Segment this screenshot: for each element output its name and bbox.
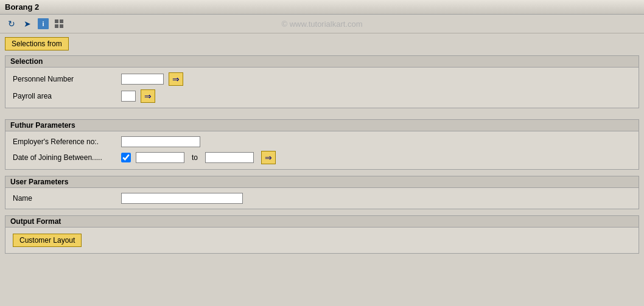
grid-icon [55,19,63,28]
date-joining-checkbox[interactable] [121,153,131,162]
further-parameters-header: Futhur Parameters [5,120,639,131]
further-parameters-section: Futhur Parameters Employer's Reference n… [5,119,639,170]
customer-layout-button[interactable]: Customer Layout [13,234,82,247]
personnel-number-label: Personnel Number [13,75,116,83]
user-parameters-section: User Parameters Name [5,176,639,209]
toolbar-icons: ↻ ➤ i [5,17,66,30]
selection-section: Selection Personnel Number ⇒ Payroll are… [5,55,639,108]
date-joining-arrow-button[interactable]: ⇒ [261,151,276,164]
back-button[interactable]: ↻ [5,17,18,30]
selection-section-header: Selection [5,56,639,68]
name-row: Name [13,193,631,204]
output-format-header: Output Format [5,216,639,228]
toolbar: ↻ ➤ i © www.tutorialkart.com [0,15,644,33]
title-bar: Borang 2 [0,0,644,15]
date-joining-to-input[interactable] [205,152,254,163]
arrow-right-icon-3: ⇒ [265,153,272,162]
window-title: Borang 2 [5,2,39,12]
watermark: © www.tutorialkart.com [281,19,362,29]
employer-reference-input[interactable] [121,136,200,147]
payroll-area-row: Payroll area ⇒ [13,89,631,103]
date-joining-from-input[interactable] [136,152,184,163]
info-icon: i [38,18,49,29]
employer-reference-label: Employer's Reference no:. [13,137,116,146]
employer-reference-row: Employer's Reference no:. [13,136,631,147]
output-format-body: Customer Layout [5,228,639,253]
name-input[interactable] [121,193,243,204]
date-joining-row: Date of Joining Between..... to ⇒ [13,151,631,164]
personnel-number-input[interactable] [121,74,164,85]
back-icon: ↻ [8,19,15,29]
further-parameters-body: Employer's Reference no:. Date of Joinin… [5,131,639,169]
selections-from-button[interactable]: Selections from [5,37,69,50]
selection-section-body: Personnel Number ⇒ Payroll area ⇒ [5,68,639,108]
personnel-number-arrow-button[interactable]: ⇒ [169,72,183,86]
to-label: to [189,153,200,162]
info-button[interactable]: i [37,17,50,30]
personnel-number-row: Personnel Number ⇒ [13,72,631,86]
payroll-area-label: Payroll area [13,92,116,100]
arrow-right-icon: ⇒ [172,74,180,84]
date-joining-label: Date of Joining Between..... [13,153,116,162]
user-parameters-header: User Parameters [5,176,639,188]
output-format-section: Output Format Customer Layout [5,215,639,254]
name-label: Name [13,194,116,203]
payroll-area-arrow-button[interactable]: ⇒ [141,89,155,103]
forward-button[interactable]: ➤ [21,17,34,30]
user-parameters-body: Name [5,188,639,209]
forward-icon: ➤ [24,19,31,29]
grid-button[interactable] [52,17,66,30]
arrow-right-icon-2: ⇒ [144,91,152,101]
payroll-area-input[interactable] [121,91,136,102]
main-content: Selections from Selection Personnel Numb… [0,33,644,263]
